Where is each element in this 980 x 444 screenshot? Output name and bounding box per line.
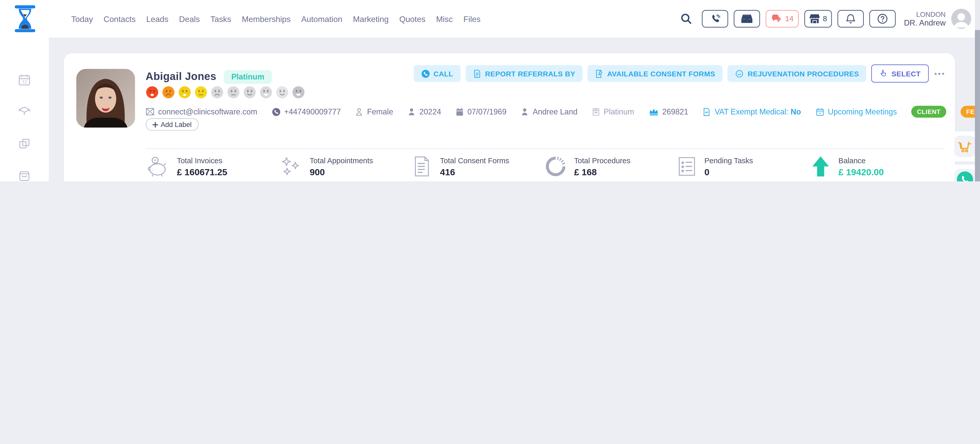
consent-forms-button[interactable]: AVAILABLE CONSENT FORMS xyxy=(588,65,723,82)
user-block[interactable]: LONDON DR. Andrew xyxy=(904,10,945,27)
scrollbar-thumb[interactable] xyxy=(975,30,980,181)
gender-value: Female xyxy=(367,107,393,116)
email-value: connect@clinicsoftware.com xyxy=(158,107,257,116)
upcoming-meetings-label: Upcoming Meetings xyxy=(828,107,897,116)
report-referrals-label: REPORT REFERRALS BY xyxy=(485,70,575,77)
mood-10-icon[interactable] xyxy=(292,86,305,99)
search-icon[interactable] xyxy=(680,13,693,25)
nav-memberships[interactable]: Memberships xyxy=(242,14,291,24)
mood-2-icon[interactable] xyxy=(162,86,175,99)
dob-value: 07/07/1969 xyxy=(467,107,506,116)
stat-total-appointments: Total Appointments 900 xyxy=(278,155,411,177)
app-window: Today Contacts Leads Deals Tasks Members… xyxy=(0,0,980,181)
store-icon xyxy=(809,14,820,24)
inbox-icon xyxy=(741,14,752,24)
store-button[interactable]: 8 xyxy=(804,10,832,27)
mood-7-icon[interactable] xyxy=(243,86,256,99)
floating-cart-button[interactable] xyxy=(955,136,976,157)
icon-rail: 12 $ xyxy=(0,38,49,181)
person-outline-icon xyxy=(355,107,363,116)
stat-label: Total Procedures xyxy=(574,156,630,165)
stat-label: Total Consent Forms xyxy=(440,156,509,165)
client-profile-card: Abigail Jones Platinum CALL REPORT REFER… xyxy=(64,53,955,181)
select-button-label: SELECT xyxy=(891,70,921,77)
rail-copy-icon[interactable] xyxy=(18,137,32,151)
add-label-button[interactable]: Add Label xyxy=(146,118,199,131)
store-count: 8 xyxy=(823,14,827,23)
clinicsoftware-logo-icon[interactable] xyxy=(14,5,36,33)
report-doc-icon xyxy=(473,69,481,78)
client-photo[interactable] xyxy=(76,69,135,128)
mood-3-icon[interactable] xyxy=(178,86,191,99)
vat-exempt-link[interactable]: VAT Exempt Medical: No xyxy=(703,107,801,116)
crown-icon xyxy=(649,107,659,116)
profile-divider xyxy=(146,148,945,149)
nav-automation[interactable]: Automation xyxy=(301,14,342,24)
stat-label: Pending Tasks xyxy=(704,156,753,165)
address-item: Andree Land xyxy=(521,107,578,116)
nav-leads[interactable]: Leads xyxy=(146,14,169,24)
chat-count: 14 xyxy=(785,14,794,23)
tier-badge: Platinum xyxy=(224,70,272,84)
vat-doc-icon xyxy=(703,107,711,116)
nav-marketing[interactable]: Marketing xyxy=(353,14,389,24)
notifications-button[interactable] xyxy=(838,10,864,27)
rejuvenation-button[interactable]: REJUVENATION PROCEDURES xyxy=(728,65,866,82)
floating-phone-button[interactable] xyxy=(955,169,976,181)
main-nav: Today Contacts Leads Deals Tasks Members… xyxy=(71,0,480,38)
nav-contacts[interactable]: Contacts xyxy=(103,14,136,24)
loyalty-item: 269821 xyxy=(649,107,688,116)
mood-5-icon[interactable] xyxy=(210,86,224,99)
nav-tasks[interactable]: Tasks xyxy=(210,14,231,24)
phone-item[interactable]: +447490009777 xyxy=(272,107,341,116)
pointer-icon xyxy=(880,69,888,78)
membership-item: Platinum xyxy=(592,107,634,116)
stat-total-procedures: Total Procedures £ 168 xyxy=(544,155,677,177)
mood-4-icon[interactable] xyxy=(194,86,207,99)
contact-info-row: connect@clinicsoftware.com +447490009777… xyxy=(146,106,946,118)
call-button[interactable]: CALL xyxy=(414,65,461,82)
rail-package-icon[interactable] xyxy=(18,105,32,119)
document-icon xyxy=(411,155,432,177)
more-actions-icon[interactable] xyxy=(934,68,945,79)
arrow-up-icon xyxy=(810,155,831,177)
report-referrals-button[interactable]: REPORT REFERRALS BY xyxy=(466,65,583,82)
stat-value: 0 xyxy=(704,167,753,177)
nav-files[interactable]: Files xyxy=(463,14,480,24)
user-name: DR. Andrew xyxy=(904,19,945,27)
inbox-button[interactable] xyxy=(734,10,760,27)
stat-balance: Balance £ 19420.00 xyxy=(810,155,942,177)
client-name: Abigail Jones xyxy=(146,71,216,83)
client-badge: CLIENT xyxy=(912,106,946,118)
bell-icon xyxy=(846,14,856,24)
mood-1-icon[interactable] xyxy=(146,86,159,99)
nav-quotes[interactable]: Quotes xyxy=(399,14,425,24)
mood-8-icon[interactable] xyxy=(259,86,272,99)
user-avatar[interactable] xyxy=(951,9,971,29)
help-button[interactable] xyxy=(870,10,896,27)
nav-misc[interactable]: Misc xyxy=(436,14,453,24)
nav-deals[interactable]: Deals xyxy=(179,14,200,24)
mail-icon xyxy=(146,107,154,116)
plus-icon xyxy=(153,121,158,127)
person-filled-icon xyxy=(407,107,416,116)
nav-today[interactable]: Today xyxy=(71,14,93,24)
donut-chart-icon xyxy=(544,155,566,177)
email-item[interactable]: connect@clinicsoftware.com xyxy=(146,107,257,116)
chat-button[interactable]: 14 xyxy=(766,10,799,27)
upcoming-meetings-link[interactable]: 12 Upcoming Meetings xyxy=(815,107,897,116)
phone-button[interactable] xyxy=(702,10,729,27)
stat-label: Total Invoices xyxy=(177,156,227,165)
rail-calendar-icon[interactable]: 12 xyxy=(18,73,32,87)
stat-value: £ 168 xyxy=(574,167,630,177)
user-location: LONDON xyxy=(904,10,945,19)
stat-label: Total Appointments xyxy=(310,156,373,165)
gender-item: Female xyxy=(355,107,393,116)
mood-9-icon[interactable] xyxy=(275,86,289,99)
cart-icon xyxy=(958,140,972,153)
rail-orders-bag-icon[interactable] xyxy=(18,169,32,181)
scrollbar-track[interactable] xyxy=(975,0,980,181)
select-button[interactable]: SELECT xyxy=(872,64,929,83)
mood-6-icon[interactable] xyxy=(227,86,240,99)
phone-round-icon xyxy=(272,107,280,116)
